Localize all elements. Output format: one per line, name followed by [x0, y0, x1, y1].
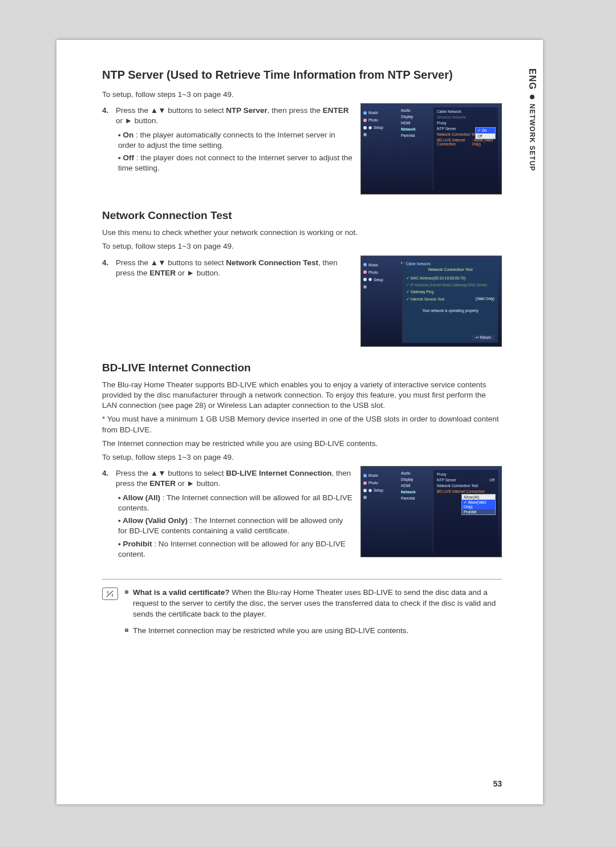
option-on: On : the player automatically connects t…	[118, 130, 352, 151]
step-4-ntp: 4. Press the ▲▼ buttons to select NTP Se…	[102, 106, 352, 126]
home-icon	[363, 133, 367, 136]
setup-line: To setup, follow steps 1~3 on page 49.	[102, 241, 502, 252]
section-title-nct: Network Connection Test	[102, 209, 502, 222]
photo-icon	[363, 119, 367, 122]
shot-mid: Audio Display HDMI Network Parental	[401, 108, 429, 137]
option-allow-all: Allow (All) : The Internet connection wi…	[118, 493, 352, 513]
setup-line: To setup, follow steps 1~3 on page 49.	[102, 90, 502, 100]
bd-p3: The Internet connection may be restricte…	[102, 439, 502, 449]
bd-dropdown: Allow(All) ✓ Allow(Valid Only) Prohibit	[461, 494, 496, 515]
section-title-ntp: NTP Server (Used to Retrieve Time Inform…	[102, 68, 502, 82]
ntp-dropdown: ✓ On Off	[475, 127, 496, 139]
note-icon	[102, 587, 118, 600]
setup-line: To setup, follow steps 1~3 on page 49.	[102, 452, 502, 463]
ui-screenshot-nct: Music Photo Setup Audio Cable Network Ne…	[360, 256, 502, 347]
manual-page: ENG NETWORK SETUP NTP Server (Used to Re…	[56, 40, 543, 804]
ntp-block: 4. Press the ▲▼ buttons to select NTP Se…	[102, 103, 502, 194]
nct-intro: Use this menu to check whether your netw…	[102, 228, 502, 238]
nct-block: 4. Press the ▲▼ buttons to select Networ…	[102, 256, 502, 347]
bullet-icon	[125, 590, 128, 594]
option-off: Off : the player does not connect to the…	[118, 153, 352, 173]
step-number: 4.	[102, 258, 112, 268]
shot-right: Cable Network Network Connection Test ✓ …	[402, 260, 498, 343]
shot-right: Cable Network Wireless Network Proxy NTP…	[433, 107, 498, 191]
option-allow-valid: Allow (Valid Only) : The Internet connec…	[118, 516, 352, 536]
gear-icon	[368, 489, 372, 492]
option-prohibit: Prohibit : No Internet connection will b…	[118, 539, 352, 560]
shot-nav: Music Photo Setup	[363, 263, 399, 289]
bdlive-block: 4. Press the ▲▼ buttons to select BD-LIV…	[102, 466, 502, 563]
language-label: ENG	[527, 68, 537, 90]
side-tab: ENG NETWORK SETUP	[527, 68, 537, 171]
nct-panel-title: Network Connection Test	[406, 268, 495, 271]
note-item-1: What is a valid certificate? When the Bl…	[125, 587, 502, 620]
music-icon	[363, 263, 367, 266]
ntp-options: On : the player automatically connects t…	[118, 130, 352, 174]
note-box: What is a valid certificate? When the Bl…	[102, 579, 502, 642]
return-button[interactable]: ↩ Return	[472, 335, 495, 341]
music-icon	[363, 474, 367, 477]
ui-screenshot-ntp: Music Photo Setup Audio Display HDMI Net…	[360, 103, 502, 194]
gear-icon	[368, 126, 372, 129]
step-text: Press the ▲▼ buttons to select BD-LIVE I…	[116, 468, 352, 489]
step-4-bd: 4. Press the ▲▼ buttons to select BD-LIV…	[102, 468, 352, 489]
bullet-icon	[125, 629, 128, 632]
ui-screenshot-bd: Music Photo Setup Audio Display HDMI Net…	[360, 466, 502, 557]
bd-p1: The Blu-ray Home Theater supports BD-LIV…	[102, 380, 502, 411]
page-number: 53	[493, 779, 502, 788]
shot-right: Proxy NTP Server: Off Network Connection…	[433, 470, 498, 553]
bullet-icon	[530, 95, 534, 99]
note-item-2: The Internet connection may be restricte…	[125, 626, 502, 637]
bd-options: Allow (All) : The Internet connection wi…	[118, 493, 352, 560]
shot-mid: Audio Display HDMI Network Parental	[401, 471, 429, 500]
home-icon	[363, 285, 367, 289]
step-number: 4.	[102, 106, 112, 116]
music-icon	[363, 111, 367, 115]
step-text: Press the ▲▼ buttons to select NTP Serve…	[116, 106, 352, 126]
gear-icon	[368, 278, 372, 281]
clock-icon	[363, 489, 367, 492]
shot-nav: Music Photo Setup	[363, 473, 399, 499]
section-label: NETWORK SETUP	[528, 104, 536, 171]
section-title-bdlive: BD-LIVE Internet Connection	[102, 362, 502, 374]
nct-status: Your network is operating properly	[406, 309, 495, 313]
step-4-nct: 4. Press the ▲▼ buttons to select Networ…	[102, 258, 352, 278]
shot-nav: Music Photo Setup	[363, 111, 399, 136]
photo-icon	[363, 270, 367, 274]
home-icon	[363, 496, 367, 499]
clock-icon	[363, 278, 367, 281]
photo-icon	[363, 481, 367, 485]
step-number: 4.	[102, 468, 112, 479]
step-text: Press the ▲▼ buttons to select Network C…	[116, 258, 352, 278]
clock-icon	[363, 126, 367, 129]
bd-p2: * You must have a minimum 1 GB USB Memor…	[102, 414, 502, 435]
